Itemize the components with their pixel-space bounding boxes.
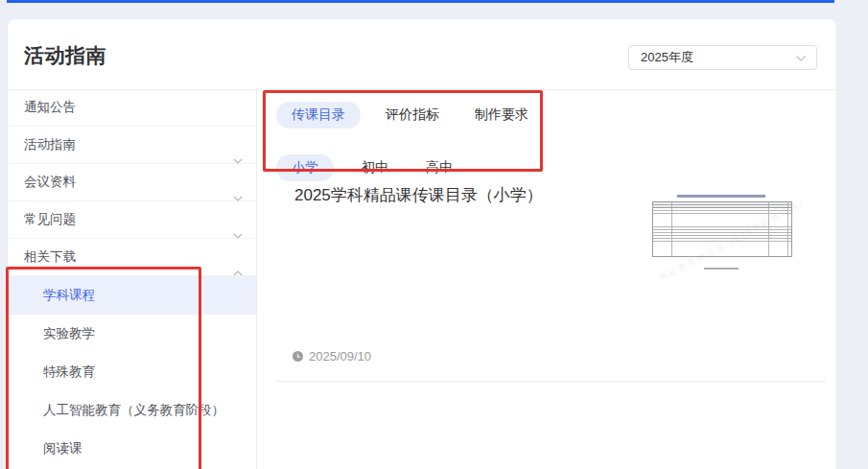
document-thumbnail: 2025基础教育精品课 2025基础教育精品课 — [641, 188, 802, 278]
tab-upload-catalog[interactable]: 传课目录 — [276, 102, 361, 129]
sidebar-item-label: 会议资料 — [24, 175, 76, 189]
main-card: 活动指南 2025年度 通知公告 活动指南 会议资料 — [8, 19, 836, 469]
list-item-date: 2025/09/10 — [293, 349, 371, 363]
sidebar-subitem-ai-education[interactable]: 人工智能教育（义务教育阶段） — [8, 391, 256, 430]
year-dropdown-value: 2025年度 — [641, 49, 693, 66]
sidebar-item-downloads[interactable]: 相关下载 — [8, 239, 256, 276]
year-dropdown[interactable]: 2025年度 — [628, 45, 817, 70]
content-area: 传课目录 评价指标 制作要求 小学 初中 高中 2025学科精品课传课目录（小学… — [257, 89, 836, 469]
list-item-date-text: 2025/09/10 — [309, 349, 371, 363]
list-item-divider — [275, 381, 826, 382]
chevron-down-icon — [795, 49, 807, 66]
catalog-tabs: 传课目录 评价指标 制作要求 — [276, 102, 528, 129]
sidebar-subitem-label: 学科课程 — [43, 288, 95, 302]
clock-icon — [293, 351, 303, 362]
sidebar-item-notices[interactable]: 通知公告 — [8, 89, 256, 127]
tab-evaluation-criteria[interactable]: 评价指标 — [386, 106, 439, 124]
sidebar-subitem-label: 阅读课 — [43, 441, 82, 456]
sidebar-subitem-label: 实验教学 — [43, 326, 95, 340]
tab-primary-school[interactable]: 小学 — [276, 154, 334, 181]
sidebar-item-label: 相关下载 — [24, 249, 76, 264]
tab-production-requirements[interactable]: 制作要求 — [475, 106, 528, 124]
sidebar-subitem-special-education[interactable]: 特殊教育 — [8, 353, 256, 391]
thumbnail-doc-title — [677, 195, 765, 198]
sidebar: 通知公告 活动指南 会议资料 常见问题 相关下载 — [8, 89, 257, 469]
chevron-up-icon — [233, 254, 243, 291]
sidebar-subitem-reading-class[interactable]: 阅读课 — [8, 430, 256, 468]
sidebar-item-label: 通知公告 — [24, 100, 76, 114]
catalog-list-item[interactable]: 2025学科精品课传课目录（小学） 2025/09/10 2025基础教育精品课… — [257, 184, 836, 290]
sidebar-item-label: 常见问题 — [24, 212, 76, 226]
thumbnail-doc-footer — [704, 268, 739, 270]
list-item-title: 2025学科精品课传课目录（小学） — [294, 184, 543, 206]
tab-senior-high[interactable]: 高中 — [426, 159, 453, 176]
card-header: 活动指南 2025年度 — [8, 19, 836, 90]
thumbnail-doc-table — [652, 201, 792, 257]
sidebar-subitem-label: 人工智能教育（义务教育阶段） — [43, 403, 224, 417]
top-accent-bar — [7, 0, 834, 3]
sidebar-item-faq[interactable]: 常见问题 — [8, 201, 256, 239]
tab-junior-high[interactable]: 初中 — [362, 159, 388, 176]
sidebar-subitem-experimental-teaching[interactable]: 实验教学 — [8, 315, 256, 353]
sidebar-item-meeting-materials[interactable]: 会议资料 — [8, 164, 256, 201]
sidebar-item-activity-guide[interactable]: 活动指南 — [8, 127, 256, 164]
sidebar-subitem-subject-courses[interactable]: 学科课程 — [8, 276, 256, 315]
school-level-tabs: 小学 初中 高中 — [276, 154, 453, 181]
sidebar-item-label: 活动指南 — [24, 137, 76, 152]
page-title: 活动指南 — [24, 42, 106, 69]
sidebar-subitem-label: 特殊教育 — [43, 364, 95, 379]
